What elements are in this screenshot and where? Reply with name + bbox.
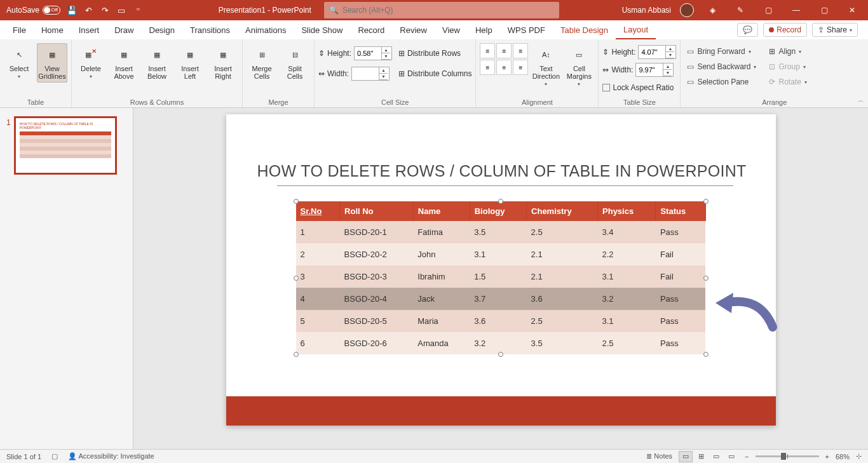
selection-handle[interactable] (703, 352, 709, 357)
cell-width-input[interactable]: ▲▼ (351, 67, 390, 81)
slide[interactable]: HOW TO DELETE ROWS / COLUMN OF TABLE IN … (226, 114, 776, 426)
split-cells-button[interactable]: ⊟Split Cells (280, 43, 310, 83)
tab-record[interactable]: Record (350, 20, 392, 39)
sorter-view-button[interactable]: ⊞ (694, 451, 708, 462)
tab-wps-pdf[interactable]: WPS PDF (500, 20, 553, 39)
wand-icon[interactable]: ✎ (731, 1, 750, 20)
table-cell[interactable]: Pass (656, 288, 705, 310)
toggle-pill[interactable]: Off (43, 6, 60, 15)
view-gridlines-button[interactable]: ▦ View Gridlines (37, 43, 67, 83)
tab-animations[interactable]: Animations (238, 20, 294, 39)
table-cell[interactable]: 4 (296, 288, 340, 310)
table-cell[interactable]: 3.2 (470, 332, 526, 354)
search-box[interactable]: 🔍 (324, 2, 559, 18)
table-header-cell[interactable]: Roll No (340, 201, 414, 221)
search-input[interactable] (342, 6, 554, 15)
table-cell[interactable]: Amanda (413, 332, 470, 354)
zoom-slider[interactable] (756, 455, 819, 457)
table-cell[interactable]: 3.6 (470, 310, 526, 332)
tab-insert[interactable]: Insert (71, 20, 107, 39)
data-table[interactable]: Sr.NoRoll NoNameBiologyChemistryPhysicsS… (296, 201, 706, 354)
collapse-ribbon-icon[interactable]: ︿ (858, 96, 864, 105)
align-top-left[interactable]: ≡ (480, 43, 495, 58)
spin-down-icon[interactable]: ▼ (382, 53, 390, 60)
comments-button[interactable]: 💬 (737, 23, 758, 37)
slideshow-view-button[interactable]: ▭ (724, 451, 738, 462)
table-height-field[interactable] (639, 48, 665, 56)
record-button[interactable]: Record (763, 23, 807, 37)
cell-margins-button[interactable]: ▭Cell Margins▾ (564, 43, 594, 90)
table-row[interactable]: 5BSGD-20-5Maria3.62.53.1Pass (296, 310, 706, 332)
checkbox-icon[interactable] (602, 84, 610, 91)
table-cell[interactable]: 3.2 (598, 288, 656, 310)
table-row[interactable]: 6BSGD-20-6Amanda3.23.52.5Pass (296, 332, 706, 354)
selection-handle[interactable] (498, 352, 503, 357)
zoom-thumb[interactable] (781, 453, 786, 460)
table-cell[interactable]: 3.6 (527, 288, 598, 310)
save-icon[interactable]: 💾 (67, 5, 77, 15)
spin-up-icon[interactable]: ▲ (663, 64, 672, 70)
lock-aspect-ratio[interactable]: Lock Aspect Ratio (602, 80, 676, 95)
minimize-button[interactable]: — (787, 1, 806, 20)
tab-design[interactable]: Design (142, 20, 182, 39)
qat-more-icon[interactable]: ⁼ (133, 5, 143, 15)
table-cell[interactable]: 3.5 (527, 332, 598, 354)
select-button[interactable]: ↖ Select ▾ (4, 43, 34, 82)
table-row[interactable]: 4BSGD-20-4Jack3.73.63.2Pass (296, 288, 706, 310)
zoom-out-button[interactable]: − (745, 453, 749, 460)
user-name[interactable]: Usman Abbasi (622, 6, 671, 15)
tab-layout[interactable]: Layout (616, 20, 656, 39)
table-row[interactable]: 3BSGD-20-3Ibrahim1.52.13.1Fail (296, 265, 706, 288)
send-backward-button[interactable]: ▭Send Backward▾ (684, 60, 759, 74)
cell-width-field[interactable] (352, 70, 379, 77)
tab-transitions[interactable]: Transitions (182, 20, 238, 39)
align-bottom-right[interactable]: ≡ (513, 60, 528, 75)
table-cell[interactable]: 3.1 (598, 265, 656, 288)
ribbon-mode-icon[interactable]: ▢ (759, 1, 778, 20)
autosave-toggle[interactable]: AutoSave Off (6, 6, 60, 15)
table-cell[interactable]: 3.1 (470, 243, 526, 265)
table-header-cell[interactable]: Biology (470, 201, 526, 221)
fit-to-window-button[interactable]: ⊹ (856, 452, 862, 460)
table-cell[interactable]: 6 (296, 332, 340, 354)
diamond-icon[interactable]: ◈ (703, 1, 722, 20)
selection-handle[interactable] (703, 199, 709, 204)
table-width-field[interactable] (636, 66, 663, 74)
selection-pane-button[interactable]: ▭Selection Pane (684, 75, 759, 89)
distribute-rows-button[interactable]: ⊞Distribute Rows (398, 46, 471, 61)
table-cell[interactable]: BSGD-20-1 (340, 221, 414, 243)
table-cell[interactable]: 2.5 (527, 310, 598, 332)
undo-icon[interactable]: ↶ (83, 5, 93, 15)
insert-above-button[interactable]: ▦Insert Above (109, 43, 139, 83)
table-cell[interactable]: Fail (656, 243, 705, 265)
language-icon[interactable]: ▢ (51, 452, 58, 460)
align-top-center[interactable]: ≡ (496, 43, 512, 58)
table-header-cell[interactable]: Status (656, 201, 705, 221)
maximize-button[interactable]: ▢ (815, 1, 834, 20)
table-cell[interactable]: 2.1 (527, 243, 598, 265)
table-row[interactable]: 2BSGD-20-2John3.12.12.2Fail (296, 243, 706, 265)
table-cell[interactable]: Fatima (413, 221, 470, 243)
tab-table-design[interactable]: Table Design (553, 20, 616, 39)
table-cell[interactable]: 3.1 (598, 310, 656, 332)
insert-below-button[interactable]: ▦Insert Below (142, 43, 172, 83)
bring-forward-button[interactable]: ▭Bring Forward▾ (684, 44, 759, 58)
table-cell[interactable]: 2.5 (598, 332, 656, 354)
table-cell[interactable]: Pass (656, 332, 705, 354)
avatar[interactable] (680, 3, 694, 17)
spin-up-icon[interactable]: ▲ (379, 67, 388, 74)
tab-review[interactable]: Review (392, 20, 435, 39)
insert-right-button[interactable]: ▦Insert Right (208, 43, 238, 83)
table-cell[interactable]: BSGD-20-5 (340, 310, 414, 332)
table-row[interactable]: 1BSGD-20-1Fatima3.52.53.4Pass (296, 221, 706, 243)
slide-title[interactable]: HOW TO DELETE ROWS / COLUMN OF TABLE IN … (257, 162, 747, 180)
table-cell[interactable]: John (413, 243, 470, 265)
align-bottom-left[interactable]: ≡ (480, 60, 495, 75)
tab-file[interactable]: File (5, 20, 34, 39)
table-cell[interactable]: BSGD-20-6 (340, 332, 414, 354)
tab-home[interactable]: Home (34, 20, 71, 39)
table-cell[interactable]: Fail (656, 265, 705, 288)
table-cell[interactable]: 3 (296, 265, 340, 288)
zoom-level[interactable]: 68% (836, 453, 850, 460)
insert-left-button[interactable]: ▦Insert Left (175, 43, 205, 83)
